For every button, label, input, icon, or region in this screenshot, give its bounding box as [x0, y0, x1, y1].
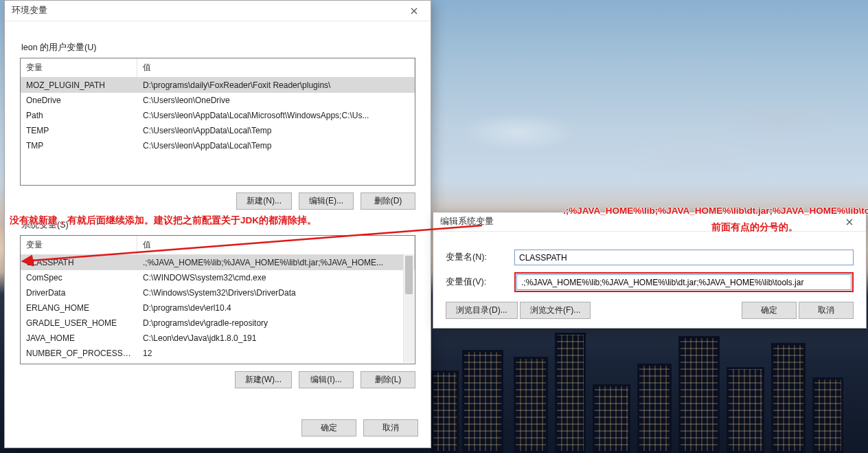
edit-system-variable-dialog: 编辑系统变量 变量名(N): 变量值(V): 浏览目录(D)... 浏览文件(F… — [433, 212, 867, 329]
table-row[interactable]: GRADLE_USER_HOMED:\programs\dev\gradle-r… — [21, 316, 415, 331]
col-variable[interactable]: 变量 — [21, 236, 137, 254]
annotation-instruction: 没有就新建，有就后面继续添加。建议把之前配置关于JDK的都清除掉。 — [10, 214, 317, 227]
var-value-label: 变量值(V): — [446, 276, 514, 288]
table-row[interactable]: ERLANG_HOMED:\programs\dev\erl10.4 — [21, 300, 415, 316]
browse-file-button[interactable]: 浏览文件(F)... — [520, 302, 591, 319]
scrollbar-thumb[interactable] — [405, 256, 413, 294]
sys-var-value: C:\Leon\dev\Java\jdk1.8.0_191 — [137, 331, 415, 346]
user-vars-label: leon 的用户变量(U) — [21, 42, 415, 54]
annotation-classpath-value: .;%JAVA_HOME%\lib;%JAVA_HOME%\lib\dt.jar… — [563, 206, 868, 216]
sys-var-value: C:\Windows\System32\Drivers\DriverData — [137, 285, 415, 300]
table-row[interactable]: NUMBER_OF_PROCESSORS12 — [21, 346, 415, 361]
new-sys-var-button[interactable]: 新建(W)... — [235, 371, 292, 388]
sys-var-name: GRADLE_USER_HOME — [21, 316, 137, 331]
table-row[interactable]: TEMPC:\Users\leon\AppData\Local\Temp — [21, 123, 415, 138]
var-value-input[interactable] — [516, 274, 852, 290]
sys-vars-header: 变量 值 — [21, 236, 415, 255]
edit-cancel-button[interactable]: 取消 — [799, 302, 854, 319]
var-name-label: 变量名(N): — [446, 252, 514, 263]
delete-user-var-button[interactable]: 删除(D) — [361, 192, 415, 210]
delete-sys-var-button[interactable]: 删除(L) — [361, 371, 415, 388]
user-var-value: C:\Users\leon\AppData\Local\Temp — [137, 123, 415, 138]
user-var-value: C:\Users\leon\AppData\Local\Microsoft\Wi… — [137, 108, 415, 123]
var-name-input[interactable] — [514, 250, 854, 265]
sys-var-value: 12 — [137, 346, 415, 361]
user-var-name: OneDrive — [21, 93, 137, 108]
value-highlight — [514, 272, 854, 292]
sys-var-name: JAVA_HOME — [21, 331, 137, 346]
sys-var-value: .;%JAVA_HOME%\lib;%JAVA_HOME%\lib\dt.jar… — [137, 255, 415, 270]
table-row[interactable]: MOZ_PLUGIN_PATHD:\programs\daily\FoxRead… — [21, 78, 415, 93]
user-var-value: D:\programs\daily\FoxReader\Foxit Reader… — [137, 78, 415, 93]
env-cancel-button[interactable]: 取消 — [363, 419, 418, 437]
user-vars-header: 变量 值 — [21, 58, 415, 78]
scrollbar[interactable] — [403, 254, 414, 363]
user-var-name: MOZ_PLUGIN_PATH — [21, 78, 137, 93]
sys-var-name: ERLANG_HOME — [21, 300, 137, 316]
sys-var-value: C:\WINDOWS\system32\cmd.exe — [137, 270, 415, 285]
user-var-value: C:\Users\leon\AppData\Local\Temp — [137, 138, 415, 153]
table-row[interactable]: ComSpecC:\WINDOWS\system32\cmd.exe — [21, 270, 415, 285]
close-icon[interactable] — [399, 1, 429, 21]
col-value[interactable]: 值 — [137, 236, 415, 254]
user-vars-list[interactable]: 变量 值 MOZ_PLUGIN_PATHD:\programs\daily\Fo… — [20, 58, 415, 186]
edit-sys-var-button[interactable]: 编辑(I)... — [299, 371, 354, 388]
env-ok-button[interactable]: 确定 — [301, 419, 356, 437]
env-title: 环境变量 — [12, 5, 399, 16]
col-variable[interactable]: 变量 — [21, 58, 137, 77]
sys-var-value: D:\programs\dev\erl10.4 — [137, 300, 415, 316]
table-row[interactable]: DriverDataC:\Windows\System32\Drivers\Dr… — [21, 285, 415, 300]
browse-dir-button[interactable]: 浏览目录(D)... — [446, 302, 518, 319]
user-var-name: TMP — [21, 138, 137, 153]
sys-var-name: NUMBER_OF_PROCESSORS — [21, 346, 137, 361]
user-var-value: C:\Users\leon\OneDrive — [137, 93, 415, 108]
table-row[interactable]: CLASSPATH.;%JAVA_HOME%\lib;%JAVA_HOME%\l… — [21, 255, 415, 270]
annotation-semicolon-note: 前面有点的分号的。 — [711, 221, 798, 234]
user-var-name: TEMP — [21, 123, 137, 138]
col-value[interactable]: 值 — [137, 58, 415, 77]
sys-vars-list[interactable]: 变量 值 CLASSPATH.;%JAVA_HOME%\lib;%JAVA_HO… — [20, 235, 415, 364]
user-var-name: Path — [21, 108, 137, 123]
sys-var-name: CLASSPATH — [21, 255, 137, 270]
sys-var-name: ComSpec — [21, 270, 137, 285]
table-row[interactable]: OneDriveC:\Users\leon\OneDrive — [21, 93, 415, 108]
sys-var-value: D:\programs\dev\gradle-repository — [137, 316, 415, 331]
edit-ok-button[interactable]: 确定 — [742, 302, 797, 319]
desktop-city-bg — [431, 329, 868, 453]
table-row[interactable]: JAVA_HOMEC:\Leon\dev\Java\jdk1.8.0_191 — [21, 331, 415, 346]
table-row[interactable]: TMPC:\Users\leon\AppData\Local\Temp — [21, 138, 415, 153]
env-titlebar[interactable]: 环境变量 — [5, 1, 431, 21]
sys-var-name: DriverData — [21, 285, 137, 300]
edit-user-var-button[interactable]: 编辑(E)... — [299, 192, 354, 210]
table-row[interactable]: PathC:\Users\leon\AppData\Local\Microsof… — [21, 108, 415, 123]
new-user-var-button[interactable]: 新建(N)... — [236, 192, 292, 210]
